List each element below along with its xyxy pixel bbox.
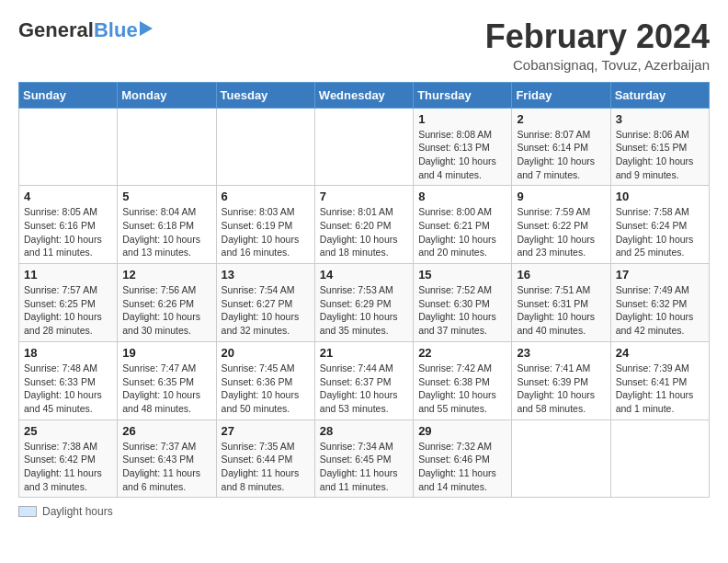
day-number: 17 — [616, 268, 704, 282]
day-cell — [512, 419, 610, 498]
day-number: 7 — [320, 190, 408, 203]
week-row-5: 25Sunrise: 7:38 AM Sunset: 6:42 PM Dayli… — [19, 419, 710, 498]
day-cell: 7Sunrise: 8:01 AM Sunset: 6:20 PM Daylig… — [314, 186, 413, 264]
header-cell-thursday: Thursday — [414, 82, 512, 108]
day-cell: 15Sunrise: 7:52 AM Sunset: 6:30 PM Dayli… — [414, 264, 512, 342]
day-number: 13 — [222, 268, 310, 282]
day-cell: 28Sunrise: 7:34 AM Sunset: 6:45 PM Dayli… — [314, 419, 413, 498]
header-cell-saturday: Saturday — [610, 82, 709, 108]
day-cell: 4Sunrise: 8:05 AM Sunset: 6:16 PM Daylig… — [19, 186, 118, 264]
day-info: Sunrise: 8:01 AM Sunset: 6:20 PM Dayligh… — [320, 205, 408, 259]
day-cell: 29Sunrise: 7:32 AM Sunset: 6:46 PM Dayli… — [414, 419, 512, 498]
day-info: Sunrise: 8:00 AM Sunset: 6:21 PM Dayligh… — [418, 205, 506, 259]
day-cell: 18Sunrise: 7:48 AM Sunset: 6:33 PM Dayli… — [19, 341, 118, 419]
day-info: Sunrise: 7:47 AM Sunset: 6:35 PM Dayligh… — [122, 362, 210, 416]
day-cell: 19Sunrise: 7:47 AM Sunset: 6:35 PM Dayli… — [118, 341, 216, 419]
day-info: Sunrise: 7:56 AM Sunset: 6:26 PM Dayligh… — [122, 283, 210, 338]
day-info: Sunrise: 8:08 AM Sunset: 6:13 PM Dayligh… — [418, 128, 506, 182]
day-info: Sunrise: 8:04 AM Sunset: 6:18 PM Dayligh… — [122, 205, 210, 259]
day-number: 6 — [222, 190, 310, 203]
legend-label: Daylight hours — [42, 505, 113, 518]
day-number: 8 — [418, 190, 506, 203]
logo-general-text: General — [18, 18, 94, 42]
day-cell — [19, 108, 118, 186]
day-info: Sunrise: 7:41 AM Sunset: 6:39 PM Dayligh… — [517, 362, 605, 416]
day-cell: 2Sunrise: 8:07 AM Sunset: 6:14 PM Daylig… — [512, 108, 610, 186]
day-info: Sunrise: 7:45 AM Sunset: 6:36 PM Dayligh… — [222, 362, 310, 416]
day-number: 24 — [616, 346, 704, 360]
day-info: Sunrise: 7:32 AM Sunset: 6:46 PM Dayligh… — [418, 440, 506, 494]
legend-box — [18, 506, 37, 517]
title-area: February 2024 Cobansignaq, Tovuz, Azerba… — [485, 18, 710, 73]
logo: General Blue — [18, 18, 153, 42]
day-info: Sunrise: 7:57 AM Sunset: 6:25 PM Dayligh… — [24, 283, 112, 338]
day-cell — [216, 108, 314, 186]
day-cell: 13Sunrise: 7:54 AM Sunset: 6:27 PM Dayli… — [216, 264, 314, 342]
day-info: Sunrise: 7:49 AM Sunset: 6:32 PM Dayligh… — [616, 283, 704, 338]
day-cell: 11Sunrise: 7:57 AM Sunset: 6:25 PM Dayli… — [19, 264, 118, 342]
day-info: Sunrise: 7:42 AM Sunset: 6:38 PM Dayligh… — [418, 362, 506, 416]
day-cell: 24Sunrise: 7:39 AM Sunset: 6:41 PM Dayli… — [610, 341, 709, 419]
day-cell: 14Sunrise: 7:53 AM Sunset: 6:29 PM Dayli… — [314, 264, 413, 342]
legend: Daylight hours — [18, 505, 710, 518]
calendar-body: 1Sunrise: 8:08 AM Sunset: 6:13 PM Daylig… — [19, 108, 710, 498]
day-cell: 27Sunrise: 7:35 AM Sunset: 6:44 PM Dayli… — [216, 419, 314, 498]
day-info: Sunrise: 7:48 AM Sunset: 6:33 PM Dayligh… — [24, 362, 112, 416]
header-cell-tuesday: Tuesday — [216, 82, 314, 108]
day-number: 4 — [24, 190, 112, 203]
day-cell: 21Sunrise: 7:44 AM Sunset: 6:37 PM Dayli… — [314, 341, 413, 419]
day-cell: 23Sunrise: 7:41 AM Sunset: 6:39 PM Dayli… — [512, 341, 610, 419]
day-cell: 16Sunrise: 7:51 AM Sunset: 6:31 PM Dayli… — [512, 264, 610, 342]
calendar-header: SundayMondayTuesdayWednesdayThursdayFrid… — [19, 82, 710, 108]
day-info: Sunrise: 7:39 AM Sunset: 6:41 PM Dayligh… — [616, 362, 704, 416]
logo-arrow-icon — [140, 21, 153, 36]
header-cell-wednesday: Wednesday — [314, 82, 413, 108]
day-info: Sunrise: 7:53 AM Sunset: 6:29 PM Dayligh… — [320, 283, 408, 338]
day-number: 2 — [517, 112, 605, 126]
day-info: Sunrise: 8:03 AM Sunset: 6:19 PM Dayligh… — [222, 205, 310, 259]
day-info: Sunrise: 7:54 AM Sunset: 6:27 PM Dayligh… — [222, 283, 310, 338]
day-cell: 22Sunrise: 7:42 AM Sunset: 6:38 PM Dayli… — [414, 341, 512, 419]
day-info: Sunrise: 8:06 AM Sunset: 6:15 PM Dayligh… — [616, 128, 704, 182]
day-number: 5 — [122, 190, 210, 203]
day-info: Sunrise: 7:52 AM Sunset: 6:30 PM Dayligh… — [418, 283, 506, 338]
day-number: 14 — [320, 268, 408, 282]
day-number: 9 — [517, 190, 605, 203]
day-info: Sunrise: 7:58 AM Sunset: 6:24 PM Dayligh… — [616, 205, 704, 259]
header-cell-friday: Friday — [512, 82, 610, 108]
day-info: Sunrise: 8:05 AM Sunset: 6:16 PM Dayligh… — [24, 205, 112, 259]
location-text: Cobansignaq, Tovuz, Azerbaijan — [485, 57, 710, 73]
day-cell: 17Sunrise: 7:49 AM Sunset: 6:32 PM Dayli… — [610, 264, 709, 342]
day-cell: 1Sunrise: 8:08 AM Sunset: 6:13 PM Daylig… — [414, 108, 512, 186]
day-info: Sunrise: 7:34 AM Sunset: 6:45 PM Dayligh… — [320, 440, 408, 494]
day-cell: 5Sunrise: 8:04 AM Sunset: 6:18 PM Daylig… — [118, 186, 216, 264]
day-cell — [610, 419, 709, 498]
day-number: 19 — [122, 346, 210, 360]
day-number: 22 — [418, 346, 506, 360]
day-info: Sunrise: 7:44 AM Sunset: 6:37 PM Dayligh… — [320, 362, 408, 416]
day-cell — [314, 108, 413, 186]
day-cell: 8Sunrise: 8:00 AM Sunset: 6:21 PM Daylig… — [414, 186, 512, 264]
day-number: 29 — [418, 424, 506, 438]
day-number: 26 — [122, 424, 210, 438]
day-number: 11 — [24, 268, 112, 282]
day-number: 28 — [320, 424, 408, 438]
header-cell-sunday: Sunday — [19, 82, 118, 108]
day-cell: 3Sunrise: 8:06 AM Sunset: 6:15 PM Daylig… — [610, 108, 709, 186]
day-info: Sunrise: 8:07 AM Sunset: 6:14 PM Dayligh… — [517, 128, 605, 182]
day-info: Sunrise: 7:59 AM Sunset: 6:22 PM Dayligh… — [517, 205, 605, 259]
calendar-table: SundayMondayTuesdayWednesdayThursdayFrid… — [18, 82, 710, 499]
day-number: 12 — [122, 268, 210, 282]
day-number: 15 — [418, 268, 506, 282]
day-cell: 20Sunrise: 7:45 AM Sunset: 6:36 PM Dayli… — [216, 341, 314, 419]
day-cell — [118, 108, 216, 186]
day-number: 1 — [418, 112, 506, 126]
header-cell-monday: Monday — [118, 82, 216, 108]
day-number: 18 — [24, 346, 112, 360]
day-info: Sunrise: 7:37 AM Sunset: 6:43 PM Dayligh… — [122, 440, 210, 494]
day-number: 25 — [24, 424, 112, 438]
day-number: 23 — [517, 346, 605, 360]
day-cell: 26Sunrise: 7:37 AM Sunset: 6:43 PM Dayli… — [118, 419, 216, 498]
day-number: 20 — [222, 346, 310, 360]
day-info: Sunrise: 7:51 AM Sunset: 6:31 PM Dayligh… — [517, 283, 605, 338]
